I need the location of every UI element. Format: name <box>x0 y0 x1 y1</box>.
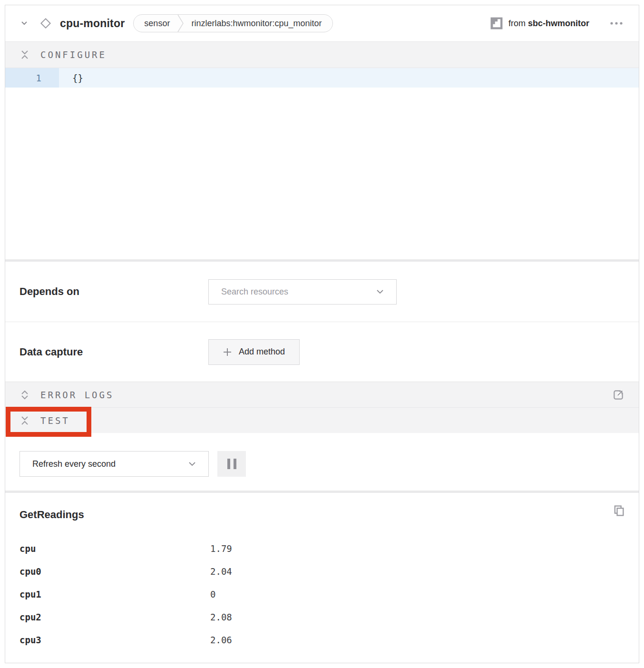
error-logs-section-label: ERROR LOGS <box>40 390 114 400</box>
component-name: cpu-monitor <box>60 17 125 30</box>
get-readings-panel: GetReadings cpu 1.79 cpu0 2.04 cpu1 0 cp… <box>5 493 639 660</box>
editor-active-line[interactable]: 1 {} <box>5 68 639 88</box>
chevron-down-icon[interactable] <box>20 19 29 28</box>
reading-key: cpu0 <box>20 566 210 577</box>
fragment-source-label: from sbc-hwmonitor <box>508 19 589 29</box>
fragment-icon <box>490 17 503 29</box>
refresh-rate-select[interactable]: Refresh every second <box>20 451 209 477</box>
collapse-section-icon[interactable] <box>20 49 30 61</box>
configure-section-bar: CONFIGURE <box>5 42 639 68</box>
sensor-diamond-icon <box>39 16 53 30</box>
depends-on-select[interactable]: Search resources <box>208 279 397 305</box>
reading-value: 2.08 <box>210 612 232 622</box>
pause-refresh-button[interactable] <box>217 451 246 477</box>
pause-icon <box>227 459 230 469</box>
depends-on-label: Depends on <box>20 285 208 298</box>
reading-key: cpu1 <box>20 589 210 599</box>
refresh-rate-value: Refresh every second <box>32 459 116 469</box>
data-capture-label: Data capture <box>20 346 208 358</box>
data-capture-section: Data capture Add method <box>5 322 639 382</box>
component-type: sensor <box>144 19 170 29</box>
editor-line-number: 1 <box>5 68 59 88</box>
component-card: cpu-monitor sensor rinzlerlabs:hwmonitor… <box>5 5 639 663</box>
editor-line-content[interactable]: {} <box>59 68 83 88</box>
reading-value: 2.06 <box>210 635 232 645</box>
configure-section-label: CONFIGURE <box>40 49 107 60</box>
component-type-model-badge: sensor rinzlerlabs:hwmonitor:cpu_monitor <box>133 14 332 32</box>
reading-row: cpu 1.79 <box>20 537 624 560</box>
add-method-button[interactable]: Add method <box>208 339 300 365</box>
breadcrumb-separator-icon <box>177 15 184 32</box>
reading-key: cpu <box>20 543 210 554</box>
depends-on-placeholder: Search resources <box>221 287 288 297</box>
reading-value: 0 <box>210 589 215 599</box>
chevron-down-icon <box>376 289 384 294</box>
reading-key: cpu3 <box>20 635 210 645</box>
add-method-label: Add method <box>239 347 285 357</box>
plus-icon <box>223 348 232 356</box>
component-model: rinzlerlabs:hwmonitor:cpu_monitor <box>191 19 322 29</box>
reading-row: cpu0 2.04 <box>20 560 624 583</box>
reading-key: cpu2 <box>20 612 210 622</box>
test-section-bar: TEST <box>5 408 639 433</box>
readings-table: cpu 1.79 cpu0 2.04 cpu1 0 cpu2 2.08 cpu3… <box>20 537 624 651</box>
reading-value: 2.04 <box>210 566 232 577</box>
reading-value: 1.79 <box>210 543 232 554</box>
more-options-icon[interactable] <box>608 20 624 27</box>
error-logs-section-bar: ERROR LOGS <box>5 382 639 408</box>
reading-row: cpu2 2.08 <box>20 606 624 629</box>
collapse-section-icon[interactable] <box>20 414 30 427</box>
test-panel: Refresh every second <box>5 433 639 491</box>
component-header: cpu-monitor sensor rinzlerlabs:hwmonitor… <box>5 5 639 42</box>
reading-row: cpu1 0 <box>20 583 624 606</box>
method-title: GetReadings <box>20 509 624 521</box>
test-section-label: TEST <box>40 415 70 426</box>
reading-row: cpu3 2.06 <box>20 629 624 651</box>
chevron-down-icon <box>188 462 196 466</box>
fragment-name: sbc-hwmonitor <box>528 19 589 28</box>
depends-on-section: Depends on Search resources <box>5 262 639 322</box>
open-external-icon[interactable] <box>612 389 624 401</box>
expand-section-icon[interactable] <box>20 389 30 401</box>
copy-icon[interactable] <box>612 504 625 518</box>
config-json-editor[interactable]: 1 {} <box>5 68 639 259</box>
